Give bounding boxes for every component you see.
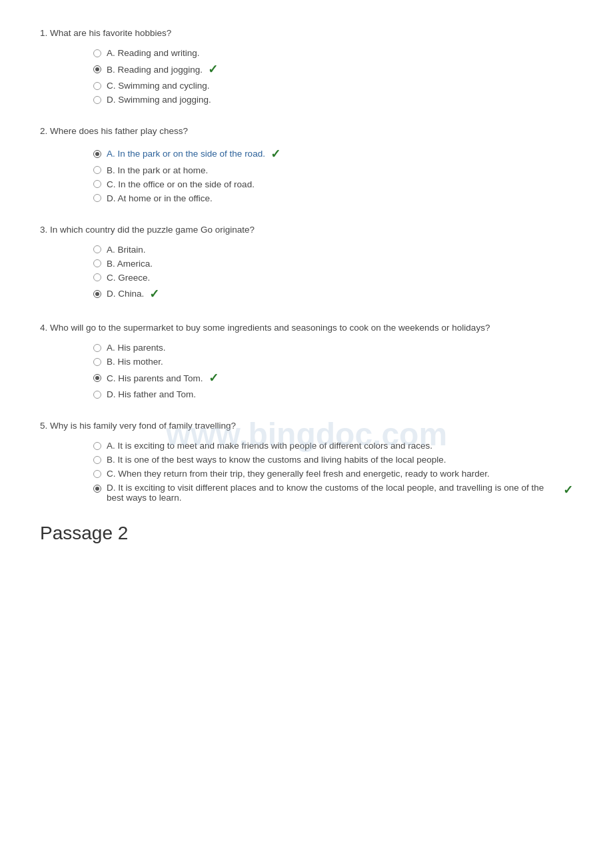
question-1: 1. What are his favorite hobbies? A. Rea… bbox=[40, 27, 573, 105]
option-2-d-label: D. At home or in the office. bbox=[107, 193, 213, 203]
check-2: ✓ bbox=[271, 147, 281, 161]
option-5-c-label: C. When they return from their trip, the… bbox=[107, 469, 490, 479]
radio-1-a[interactable] bbox=[93, 49, 101, 57]
radio-4-b[interactable] bbox=[93, 358, 101, 366]
radio-5-a[interactable] bbox=[93, 442, 101, 450]
radio-4-c[interactable] bbox=[93, 374, 101, 382]
question-4-text: 4. Who will go to the supermarket to buy… bbox=[40, 321, 573, 335]
radio-1-c[interactable] bbox=[93, 82, 101, 90]
question-1-option-d[interactable]: D. Swimming and jogging. bbox=[93, 95, 573, 105]
check-1: ✓ bbox=[208, 62, 218, 77]
option-5-a-label: A. It is exciting to meet and make frien… bbox=[107, 441, 432, 451]
question-1-options: A. Reading and writing. B. Reading and j… bbox=[40, 48, 573, 105]
question-5-option-d[interactable]: D. It is exciting to visit different pla… bbox=[93, 483, 573, 503]
option-1-b-label: B. Reading and jogging. bbox=[107, 65, 203, 75]
question-1-option-c[interactable]: C. Swimming and cycling. bbox=[93, 81, 573, 91]
option-1-d-label: D. Swimming and jogging. bbox=[107, 95, 211, 105]
question-3-option-a[interactable]: A. Britain. bbox=[93, 245, 573, 255]
option-4-c-label: C. His parents and Tom. bbox=[107, 373, 203, 383]
question-4-option-c[interactable]: C. His parents and Tom. ✓ bbox=[93, 371, 573, 385]
question-5-option-c[interactable]: C. When they return from their trip, the… bbox=[93, 469, 573, 479]
question-4-option-d[interactable]: D. His father and Tom. bbox=[93, 389, 573, 399]
radio-1-d[interactable] bbox=[93, 96, 101, 104]
question-1-option-a[interactable]: A. Reading and writing. bbox=[93, 48, 573, 58]
question-4-options: A. His parents. B. His mother. C. His pa… bbox=[40, 343, 573, 399]
check-3: ✓ bbox=[149, 287, 159, 301]
question-4-option-b[interactable]: B. His mother. bbox=[93, 357, 573, 367]
option-1-c-label: C. Swimming and cycling. bbox=[107, 81, 210, 91]
radio-2-b[interactable] bbox=[93, 166, 101, 174]
radio-2-c[interactable] bbox=[93, 180, 101, 188]
radio-3-a[interactable] bbox=[93, 245, 101, 253]
radio-5-b[interactable] bbox=[93, 456, 101, 464]
option-3-d-label: D. China. bbox=[107, 289, 144, 299]
question-4-option-a[interactable]: A. His parents. bbox=[93, 343, 573, 353]
check-5: ✓ bbox=[563, 483, 573, 497]
question-3-option-d[interactable]: D. China. ✓ bbox=[93, 287, 573, 301]
question-5-options: A. It is exciting to meet and make frien… bbox=[40, 441, 573, 503]
questions-container: 1. What are his favorite hobbies? A. Rea… bbox=[40, 27, 573, 503]
question-3-options: A. Britain. B. America. C. Greece. D. Ch… bbox=[40, 245, 573, 301]
option-4-b-label: B. His mother. bbox=[107, 357, 163, 367]
question-2-option-c[interactable]: C. In the office or on the side of road. bbox=[93, 179, 573, 189]
check-4: ✓ bbox=[209, 371, 219, 385]
radio-3-b[interactable] bbox=[93, 259, 101, 267]
radio-4-d[interactable] bbox=[93, 391, 101, 399]
question-3: 3. In which country did the puzzle game … bbox=[40, 223, 573, 301]
radio-4-a[interactable] bbox=[93, 344, 101, 352]
question-2-options: A. In the park or on the side of the roa… bbox=[40, 147, 573, 203]
option-2-c-label: C. In the office or on the side of road. bbox=[107, 179, 255, 189]
question-1-text: 1. What are his favorite hobbies? bbox=[40, 27, 573, 40]
option-1-a-label: A. Reading and writing. bbox=[107, 48, 200, 58]
question-2-text: 2. Where does his father play chess? bbox=[40, 125, 573, 138]
option-4-d-label: D. His father and Tom. bbox=[107, 389, 196, 399]
radio-2-d[interactable] bbox=[93, 194, 101, 202]
question-2: 2. Where does his father play chess? A. … bbox=[40, 125, 573, 203]
question-2-option-a[interactable]: A. In the park or on the side of the roa… bbox=[93, 147, 573, 161]
option-5-d-label: D. It is exciting to visit different pla… bbox=[107, 483, 558, 503]
radio-3-d[interactable] bbox=[93, 290, 101, 298]
radio-5-d[interactable] bbox=[93, 485, 101, 493]
option-3-a-label: A. Britain. bbox=[107, 245, 146, 255]
question-5-option-a[interactable]: A. It is exciting to meet and make frien… bbox=[93, 441, 573, 451]
option-2-a-label: A. In the park or on the side of the roa… bbox=[107, 149, 265, 159]
question-3-option-b[interactable]: B. America. bbox=[93, 259, 573, 269]
passage-2-heading: Passage 2 bbox=[40, 523, 573, 544]
question-2-option-d[interactable]: D. At home or in the office. bbox=[93, 193, 573, 203]
question-5-text: 5. Why is his family very fond of family… bbox=[40, 419, 573, 433]
radio-2-a[interactable] bbox=[93, 150, 101, 158]
question-2-option-b[interactable]: B. In the park or at home. bbox=[93, 165, 573, 175]
question-5-option-b[interactable]: B. It is one of the best ways to know th… bbox=[93, 455, 573, 465]
question-3-text: 3. In which country did the puzzle game … bbox=[40, 223, 573, 237]
question-3-option-c[interactable]: C. Greece. bbox=[93, 273, 573, 283]
question-1-option-b[interactable]: B. Reading and jogging. ✓ bbox=[93, 62, 573, 77]
option-2-b-label: B. In the park or at home. bbox=[107, 165, 208, 175]
option-3-c-label: C. Greece. bbox=[107, 273, 150, 283]
option-4-a-label: A. His parents. bbox=[107, 343, 166, 353]
radio-1-b[interactable] bbox=[93, 65, 101, 73]
question-4: 4. Who will go to the supermarket to buy… bbox=[40, 321, 573, 399]
radio-5-c[interactable] bbox=[93, 470, 101, 478]
option-3-b-label: B. America. bbox=[107, 259, 153, 269]
radio-3-c[interactable] bbox=[93, 273, 101, 281]
option-5-b-label: B. It is one of the best ways to know th… bbox=[107, 455, 446, 465]
question-5: 5. Why is his family very fond of family… bbox=[40, 419, 573, 503]
